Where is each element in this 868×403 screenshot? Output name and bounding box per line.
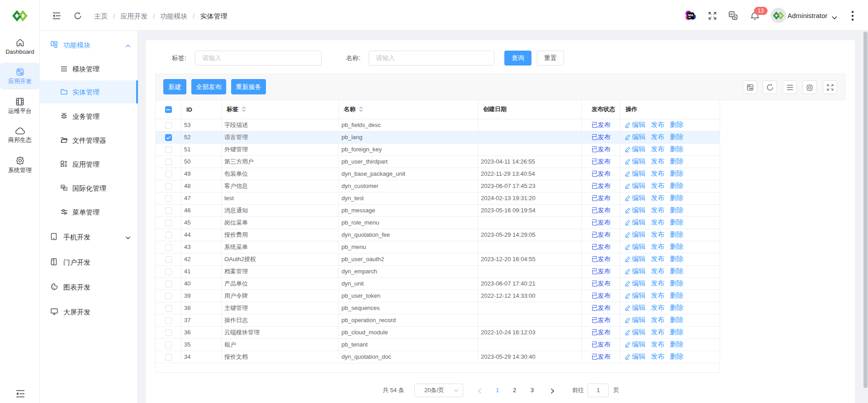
svg-text:MA: MA [688, 13, 693, 17]
svg-text:A: A [734, 15, 737, 19]
svg-text:中: 中 [62, 186, 64, 188]
svg-text:中: 中 [730, 12, 734, 17]
svg-text:A: A [64, 187, 66, 190]
